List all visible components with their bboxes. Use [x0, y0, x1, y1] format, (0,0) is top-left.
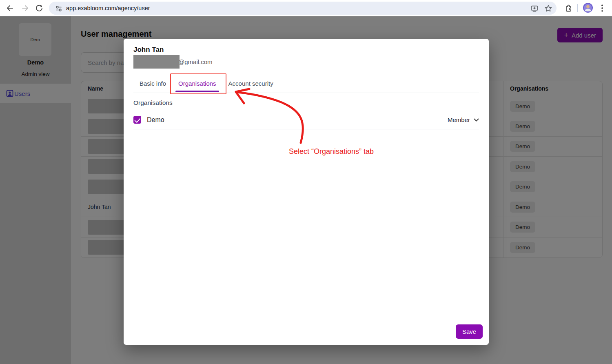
organisation-row: Demo Member	[133, 111, 479, 129]
url-bar[interactable]: app.exabloom.com/agency/user	[49, 2, 557, 15]
role-value: Member	[448, 116, 470, 123]
toolbar-divider	[577, 4, 578, 12]
organisation-checkbox[interactable]	[133, 116, 141, 124]
bookmark-star-icon[interactable]	[544, 4, 552, 13]
email-row: @gmail.com	[133, 55, 213, 69]
role-dropdown[interactable]: Member	[448, 116, 479, 123]
modal-title: John Tan	[133, 46, 164, 54]
browser-toolbar: app.exabloom.com/agency/user	[0, 0, 612, 16]
extensions-icon[interactable]	[563, 3, 573, 13]
organisation-name: Demo	[147, 116, 164, 124]
site-settings-icon[interactable]	[55, 4, 63, 13]
organisations-section-label: Organisations	[133, 99, 173, 107]
url-text[interactable]: app.exabloom.com/agency/user	[66, 5, 150, 11]
tab-account-security[interactable]: Account security	[222, 74, 279, 93]
avatar[interactable]	[583, 3, 593, 13]
forward-icon[interactable]	[20, 3, 30, 13]
tab-basic-info[interactable]: Basic info	[133, 74, 172, 93]
screen: app.exabloom.com/agency/user	[0, 0, 612, 364]
modal-tabs: Basic info Organisations Account securit…	[133, 74, 479, 93]
tab-organisations[interactable]: Organisations	[172, 74, 222, 93]
save-button[interactable]: Save	[456, 324, 483, 339]
install-app-icon[interactable]	[530, 4, 539, 13]
reload-icon[interactable]	[34, 3, 44, 13]
browser-menu-icon[interactable]	[597, 3, 607, 13]
user-detail-modal: John Tan @gmail.com Basic info Organisat…	[124, 39, 489, 345]
back-icon[interactable]	[5, 3, 15, 13]
email-domain: @gmail.com	[178, 58, 213, 65]
chevron-down-icon	[474, 118, 479, 122]
email-redaction	[133, 55, 180, 69]
